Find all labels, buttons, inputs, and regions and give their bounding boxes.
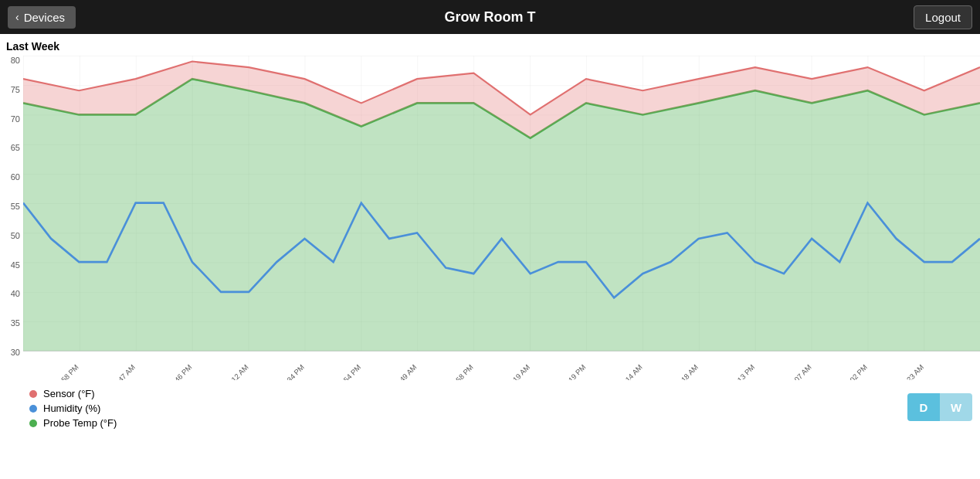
legend-item-sensor: Sensor (°F) (29, 388, 980, 399)
svg-text:11/8/2018 10:54 PM: 11/8/2018 10:54 PM (310, 362, 362, 380)
chevron-left-icon: ‹ (15, 11, 19, 23)
w-button[interactable]: W (940, 393, 972, 421)
legend-item-probe: Probe Temp (°F) (29, 417, 980, 429)
svg-text:11/7/2018 5:47 AM: 11/7/2018 5:47 AM (88, 362, 137, 380)
chart-svg: 11/6/2018 10:03 AM 11/6/2018 17:58 PM 11… (23, 56, 980, 380)
humidity-label: Humidity (%) (43, 403, 100, 414)
page-title: Grow Room T (445, 9, 536, 25)
devices-label: Devices (24, 11, 65, 24)
svg-text:11/6/2018 10:03 AM: 11/6/2018 10:03 AM (23, 362, 24, 380)
period-label: Last Week (0, 40, 980, 53)
svg-text:11/11/2018 11:18 AM: 11/11/2018 11:18 AM (646, 362, 700, 380)
svg-text:11/10/2018 3:19 PM: 11/10/2018 3:19 PM (536, 362, 588, 380)
y-axis: 80 75 70 65 60 55 50 45 40 35 30 (0, 56, 23, 380)
svg-text:11/9/2018 6:58 PM: 11/9/2018 6:58 PM (426, 362, 475, 380)
chart-container: Last Week 80 75 70 65 60 55 50 45 40 35 … (0, 34, 980, 429)
logout-button[interactable]: Logout (914, 5, 972, 29)
legend-item-humidity: Humidity (%) (29, 403, 980, 414)
dw-buttons: D W (907, 393, 972, 421)
legend: Sensor (°F) Humidity (%) Probe Temp (°F) (0, 380, 980, 429)
svg-text:11/12/2018 7:07 AM: 11/12/2018 7:07 AM (761, 362, 812, 380)
svg-text:11/10/2018 5:19 AM: 11/10/2018 5:19 AM (480, 362, 531, 380)
probe-dot (29, 420, 37, 427)
svg-text:11/8/2018 2:12 AM: 11/8/2018 2:12 AM (202, 362, 250, 380)
svg-text:11/7/2018 3:46 PM: 11/7/2018 3:46 PM (144, 362, 193, 380)
svg-text:11/8/2018 12:34 PM: 11/8/2018 12:34 PM (254, 362, 306, 380)
chart-area: 11/6/2018 10:03 AM 11/6/2018 17:58 PM 11… (23, 56, 980, 380)
svg-text:11/11/2018 1:14 AM: 11/11/2018 1:14 AM (592, 362, 643, 380)
header: ‹ Devices Grow Room T Logout (0, 0, 980, 34)
d-button[interactable]: D (907, 393, 940, 421)
chart-wrapper: 80 75 70 65 60 55 50 45 40 35 30 (0, 56, 980, 380)
humidity-dot (29, 405, 37, 413)
svg-text:11/6/2018 17:58 PM: 11/6/2018 17:58 PM (29, 362, 80, 380)
svg-text:11/13/2018 3:23 AM: 11/13/2018 3:23 AM (874, 362, 925, 380)
sensor-dot (29, 390, 37, 398)
sensor-label: Sensor (°F) (43, 388, 95, 399)
svg-text:11/9/2018 8:49 AM: 11/9/2018 8:49 AM (370, 362, 419, 380)
devices-button[interactable]: ‹ Devices (8, 6, 76, 29)
svg-text:11/11/2018 9:13 PM: 11/11/2018 9:13 PM (704, 362, 756, 380)
svg-text:11/12/2018 5:02 PM: 11/12/2018 5:02 PM (817, 362, 869, 380)
probe-label: Probe Temp (°F) (43, 417, 117, 429)
